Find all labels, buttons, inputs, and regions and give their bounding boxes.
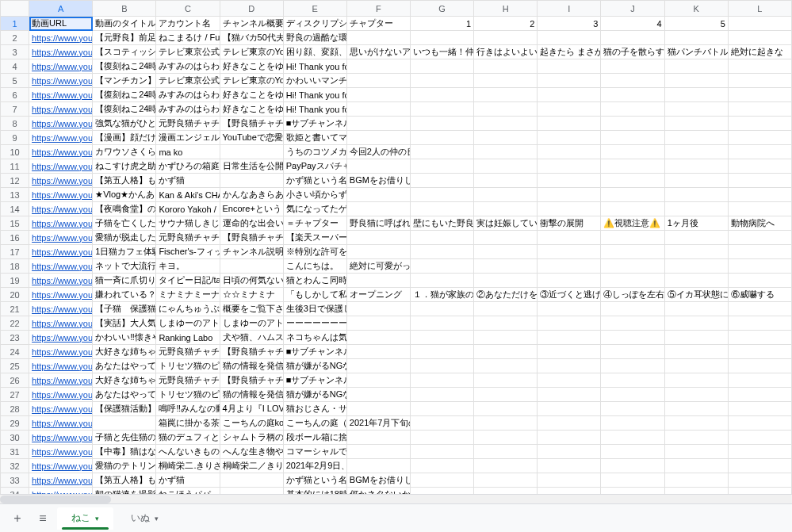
cell[interactable] <box>93 416 156 431</box>
cell[interactable] <box>346 445 410 459</box>
cell[interactable] <box>664 416 728 431</box>
row-header[interactable]: 13 <box>1 188 29 202</box>
cell[interactable]: 気になってたゲームがベータ版とはいえ日本語版が出たのでやるぜ <box>283 202 346 216</box>
cell[interactable]: 【野良猫チャチ <box>220 373 283 388</box>
cell[interactable]: Kororo Yakoh / <box>156 202 220 216</box>
cell[interactable]: 困り顔、変顔、 <box>283 45 346 59</box>
cell[interactable] <box>220 473 283 488</box>
cell[interactable]: 野良猫に呼ばれ <box>346 216 410 231</box>
cell[interactable]: サウナ猫しきじ <box>156 216 220 231</box>
cell[interactable] <box>601 245 664 259</box>
cell[interactable] <box>664 459 728 473</box>
cell[interactable] <box>474 488 538 495</box>
cell[interactable] <box>664 445 728 459</box>
video-link[interactable]: https://www.yout <box>32 447 93 457</box>
cell[interactable]: ■サブチャンネル（Sub） <box>283 117 346 131</box>
cell[interactable] <box>664 388 728 402</box>
cell[interactable]: 4月より『I LOV <box>220 402 283 416</box>
cell[interactable] <box>411 245 474 259</box>
cell[interactable] <box>728 88 791 102</box>
cell[interactable]: 動画URL <box>29 17 93 31</box>
cell[interactable]: 桐崎栄二.きりざ <box>156 459 220 473</box>
row-header[interactable]: 4 <box>1 59 29 74</box>
cell[interactable] <box>728 445 791 459</box>
cell[interactable] <box>728 259 791 274</box>
cell[interactable] <box>601 416 664 431</box>
cell[interactable]: 猫パンチバトル <box>664 45 728 59</box>
cell[interactable] <box>538 402 601 416</box>
cell[interactable] <box>601 145 664 159</box>
cell[interactable] <box>474 459 538 473</box>
cell[interactable] <box>601 402 664 416</box>
cell[interactable] <box>346 88 410 102</box>
cell[interactable] <box>411 259 474 274</box>
cell[interactable]: 1ヶ月後 <box>664 216 728 231</box>
horizontal-scrollbar[interactable] <box>0 494 792 503</box>
cell[interactable] <box>411 131 474 145</box>
cell[interactable] <box>346 316 410 331</box>
cell[interactable]: あなたはやって <box>93 388 156 402</box>
cell[interactable]: ②あなただけを <box>474 288 538 302</box>
cell[interactable] <box>538 245 601 259</box>
cell[interactable] <box>411 31 474 45</box>
cell[interactable] <box>728 488 791 495</box>
cell[interactable] <box>346 459 410 473</box>
cell[interactable] <box>538 74 601 88</box>
cell[interactable] <box>728 373 791 388</box>
cell[interactable] <box>601 331 664 345</box>
cell-url[interactable]: https://www.yout <box>29 431 93 445</box>
cell[interactable]: PayPayスパチャ <box>283 159 346 174</box>
row-header[interactable]: 24 <box>1 345 29 359</box>
cell[interactable] <box>474 345 538 359</box>
cell[interactable]: 野良の過酷な環境下で、前足を骨折しながら ガリガリに痩せて 必死に 3匹の子猫た… <box>283 31 346 45</box>
cell[interactable] <box>346 231 410 245</box>
cell-url[interactable]: https://www.yout <box>29 445 93 459</box>
cell[interactable]: トリセツ猫のピ <box>156 388 220 402</box>
cell[interactable]: 【スコティッシュ <box>93 45 156 59</box>
cell[interactable]: 元野良猫チャチ <box>156 117 220 131</box>
cell[interactable]: 何かネタないかなーと思って朝の猫達をぼーっと撮影してたら、チロがママに甘えてまし… <box>346 488 410 495</box>
cell[interactable] <box>601 302 664 316</box>
cell[interactable] <box>346 388 410 402</box>
cell[interactable]: Ranking Labo <box>156 331 220 345</box>
cell[interactable]: Hi! Thank you for watching my stream! <box>283 59 346 74</box>
cell[interactable] <box>411 59 474 74</box>
video-link[interactable]: https://www.yout <box>32 419 93 428</box>
cell[interactable]: 愛猫が脱走した <box>93 231 156 245</box>
cell[interactable]: 1日猫カフェ体験 <box>93 245 156 259</box>
cell[interactable] <box>411 373 474 388</box>
video-link[interactable]: https://www.yout <box>32 376 93 385</box>
cell[interactable]: 好きなことをゆ <box>220 88 283 102</box>
cell[interactable]: 【保護猫活動】 <box>93 402 156 416</box>
cell[interactable] <box>728 202 791 216</box>
video-link[interactable]: https://www.yout <box>32 390 93 400</box>
video-link[interactable]: https://www.yout <box>32 176 93 186</box>
row-header[interactable]: 6 <box>1 88 29 102</box>
cell[interactable] <box>474 88 538 102</box>
cell[interactable]: 鳴呼‼みんなの動 <box>156 402 220 416</box>
cell[interactable]: 【中毒】猫はな <box>93 445 156 459</box>
cell[interactable] <box>664 59 728 74</box>
cell[interactable]: チャンネル概要 <box>220 17 283 31</box>
cell[interactable]: ma ko <box>156 145 220 159</box>
cell[interactable] <box>411 74 474 88</box>
cell[interactable] <box>474 359 538 373</box>
cell[interactable] <box>538 373 601 388</box>
video-link[interactable]: https://www.yout <box>32 162 93 171</box>
cell[interactable]: 「もしかして私 <box>283 288 346 302</box>
cell[interactable] <box>474 188 538 202</box>
cell[interactable]: 動物病院へ <box>728 216 791 231</box>
cell[interactable] <box>728 331 791 345</box>
cell-url[interactable]: https://www.yout <box>29 373 93 388</box>
column-header-J[interactable]: J <box>601 1 664 17</box>
column-header-I[interactable]: I <box>538 1 601 17</box>
cell[interactable]: 歌姫と書いてマドンナと読む。 <box>283 131 346 145</box>
row-header[interactable]: 25 <box>1 359 29 373</box>
cell[interactable]: 【復刻ねこ24時 <box>93 59 156 74</box>
cell[interactable] <box>728 159 791 174</box>
cell[interactable]: 【第五人格】も <box>93 174 156 188</box>
cell[interactable] <box>664 359 728 373</box>
cell[interactable]: チャプター <box>346 17 410 31</box>
cell[interactable]: こーちんの庭ko <box>220 416 283 431</box>
cell[interactable] <box>474 202 538 216</box>
